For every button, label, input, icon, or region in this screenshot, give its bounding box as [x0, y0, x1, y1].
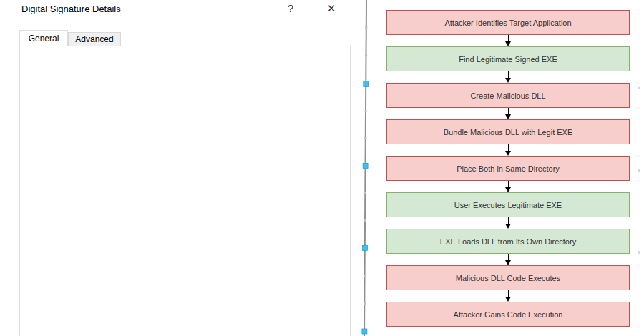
flow-arrow[interactable] — [386, 254, 630, 265]
flow-arrow[interactable] — [386, 35, 630, 46]
flow-step-8[interactable]: Malicious DLL Code Executes — [386, 265, 630, 290]
tab-advanced[interactable]: Advanced — [68, 32, 121, 46]
tab-page-general — [19, 46, 351, 336]
flow-arrow[interactable] — [386, 181, 630, 192]
edge-handle-dot — [638, 251, 640, 254]
flow-arrow[interactable] — [386, 290, 630, 302]
flow-step-1[interactable]: Attacker Identifies Target Application — [386, 10, 630, 35]
flow-arrow[interactable] — [386, 108, 630, 119]
flow-arrow[interactable] — [386, 71, 630, 83]
help-icon[interactable]: ? — [283, 2, 298, 14]
tab-general[interactable]: General — [19, 30, 68, 46]
flow-step-6[interactable]: User Executes Legitimate EXE — [386, 192, 630, 217]
flow-arrow[interactable] — [386, 144, 630, 156]
flow-step-7[interactable]: EXE Loads DLL from Its Own Directory — [386, 229, 630, 254]
edge-handle-dot — [638, 169, 640, 172]
flow-step-9[interactable]: Attacker Gains Code Execution — [386, 302, 630, 327]
flow-step-3[interactable]: Create Malicious DLL — [386, 83, 630, 108]
screen: Digital Signature Details ? ✕ General Ad… — [0, 0, 644, 336]
dialog-title: Digital Signature Details — [21, 4, 121, 14]
flow-step-2[interactable]: Find Legitimate Signed EXE — [386, 46, 630, 71]
close-icon[interactable]: ✕ — [324, 2, 338, 15]
divider-line[interactable] — [356, 0, 372, 336]
attack-flowchart: Attacker Identifies Target Application F… — [386, 10, 630, 327]
flow-step-4[interactable]: Bundle Malicious DLL with Legit EXE — [386, 119, 630, 144]
flow-arrow[interactable] — [386, 217, 630, 229]
edge-handle-dot — [638, 87, 640, 89]
flow-step-5[interactable]: Place Both in Same Directory — [386, 156, 630, 181]
